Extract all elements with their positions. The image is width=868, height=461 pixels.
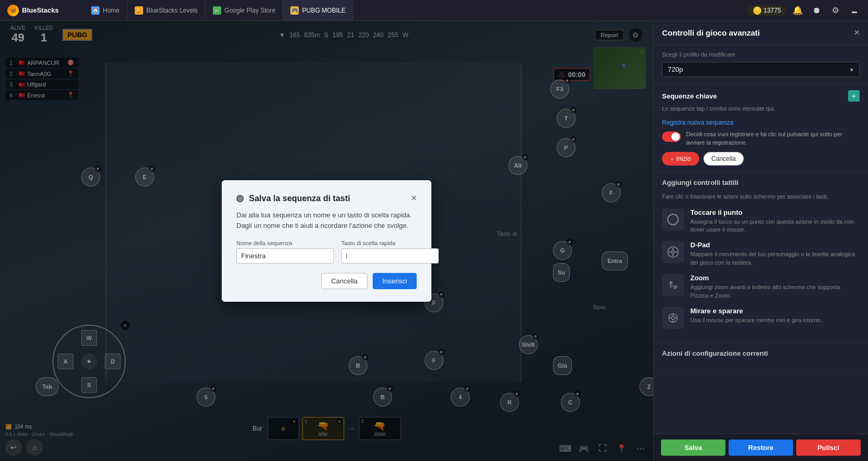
profile-section: Scegli il profilo da modificare 720p 108… xyxy=(654,45,868,84)
mirare-name: Mirare e sparare xyxy=(690,307,860,315)
toggle-knob xyxy=(671,133,680,141)
zoom-ctrl-icon xyxy=(662,274,684,296)
profile-label: Scegli il profilo da modificare xyxy=(662,51,860,58)
game-area[interactable]: Alive 49 Killed 1 PUBG ▼ 165 835m S 195 … xyxy=(0,21,653,461)
app-logo: 🦋 BlueStacks xyxy=(0,5,84,16)
control-zoom: Zoom Aggiungi zoom avanti o indietro all… xyxy=(662,274,860,300)
tab-home-label: Home xyxy=(103,7,120,14)
sequence-name-input[interactable] xyxy=(236,248,334,264)
hotkey-field: Tasto di scelta rapida xyxy=(341,240,439,264)
toccare-info: Toccare il punto Assegna il tocco su un … xyxy=(690,208,860,234)
controls-title: Aggiungi controlli tattili xyxy=(662,179,860,186)
panel-close-button[interactable]: × xyxy=(854,27,860,38)
mirare-info: Mirare e sparare Usa il mouse per sparar… xyxy=(690,307,860,324)
home-tab-icon: 🏠 xyxy=(91,6,100,15)
toggle-description: Decidi cosa vuoi registrare e fai clic s… xyxy=(686,130,860,147)
profile-select[interactable]: 720p 1080p 480p xyxy=(662,62,860,77)
right-panel: Controlli di gioco avanzati × Scegli il … xyxy=(653,21,868,461)
controls-section: Aggiungi controlli tattili Fare clic o t… xyxy=(654,172,868,343)
dialog-cancel-button[interactable]: Cancella xyxy=(321,273,368,289)
hotkey-input[interactable] xyxy=(341,248,439,264)
inizio-button[interactable]: Inizio xyxy=(662,152,699,166)
tab-levels[interactable]: 🏆 BlueStacks Levels xyxy=(127,0,205,20)
actions-title: Azioni di configurazione correnti xyxy=(662,349,860,357)
pubg-tab-icon: 🎮 xyxy=(290,6,299,15)
dialog-actions: Cancella Inserisci xyxy=(236,273,417,289)
dpad-ctrl-icon xyxy=(662,241,684,263)
zoom-desc: Aggiungi zoom avanti o indietro allo sch… xyxy=(690,283,860,300)
seq-header: Sequenze chiave + xyxy=(662,90,860,102)
coins-display: 🪙 13775 xyxy=(747,5,786,16)
current-actions-section: Azioni di configurazione correnti xyxy=(654,343,868,370)
panel-title: Controlli di gioco avanzati xyxy=(662,28,760,37)
coin-value: 13775 xyxy=(764,7,781,14)
notifications-button[interactable]: 🔔 xyxy=(790,3,805,18)
dialog-header: Salva la sequenza di tasti × xyxy=(236,193,417,204)
control-toccare: Toccare il punto Assegna il tocco su un … xyxy=(662,208,860,234)
salva-button[interactable]: Salva xyxy=(661,440,725,456)
dialog-overlay: Salva la sequenza di tasti × Dai alla tu… xyxy=(0,21,653,461)
svg-point-4 xyxy=(674,286,676,288)
control-dpad: D-Pad Mappare il movimento del tuo perso… xyxy=(662,241,860,267)
coin-icon: 🪙 xyxy=(753,6,762,15)
svg-point-2 xyxy=(672,251,675,254)
profile-select-wrapper: 720p 1080p 480p ▼ xyxy=(662,62,860,77)
sequence-name-field: Nome della sequenza xyxy=(236,240,334,264)
hotkey-label: Tasto di scelta rapida xyxy=(341,240,439,246)
tab-playstore[interactable]: ▶ Google Play Store xyxy=(205,0,283,20)
dialog-dot-icon xyxy=(236,195,244,202)
dpad-info: D-Pad Mappare il movimento del tuo perso… xyxy=(690,241,860,267)
sequences-section: Sequenze chiave + Le sequenze tap / comb… xyxy=(654,84,868,172)
dpad-name: D-Pad xyxy=(690,241,860,249)
topbar-right: 🪙 13775 🔔 ⏺ ⚙ 🗕 xyxy=(741,3,868,18)
toggle-row: Decidi cosa vuoi registrare e fai clic s… xyxy=(662,130,860,147)
zoom-name: Zoom xyxy=(690,274,860,282)
toccare-desc: Assegna il tocco su un punto con questa … xyxy=(690,218,860,234)
sequence-name-label: Nome della sequenza xyxy=(236,240,334,246)
settings-button[interactable]: ⚙ xyxy=(828,3,843,18)
dialog-fields: Nome della sequenza Tasto di scelta rapi… xyxy=(236,240,417,264)
record-button[interactable]: ⏺ xyxy=(809,3,824,18)
record-buttons: Inizio Cancella xyxy=(662,152,860,166)
recording-toggle[interactable] xyxy=(662,131,681,142)
zoom-info: Zoom Aggiungi zoom avanti o indietro all… xyxy=(690,274,860,300)
levels-tab-icon: 🏆 xyxy=(135,6,143,15)
dialog-close-button[interactable]: × xyxy=(411,193,417,204)
topbar: 🦋 BlueStacks 🏠 Home 🏆 BlueStacks Levels … xyxy=(0,0,868,21)
seq-description: Le sequenze tap / combo sono elencate qu… xyxy=(662,105,860,113)
pulisci-button[interactable]: Pulisci xyxy=(796,440,861,456)
tab-home[interactable]: 🏠 Home xyxy=(84,0,127,20)
dialog-insert-button[interactable]: Inserisci xyxy=(373,273,417,289)
save-sequence-dialog: Salva la sequenza di tasti × Dai alla tu… xyxy=(222,180,431,302)
panel-header: Controlli di gioco avanzati × xyxy=(654,21,868,45)
seq-register-link[interactable]: Registra nuova sequenza xyxy=(662,119,860,126)
toccare-name: Toccare il punto xyxy=(690,208,860,216)
tab-levels-label: BlueStacks Levels xyxy=(146,7,198,14)
dialog-description: Dai alla tua sequenza un nome e un tasto… xyxy=(236,210,417,230)
controls-desc: Fare clic o trascinare le azioni sullo s… xyxy=(662,193,860,201)
seq-title: Sequenze chiave xyxy=(662,92,717,100)
main-content: Alive 49 Killed 1 PUBG ▼ 165 835m S 195 … xyxy=(0,21,868,461)
cancella-button[interactable]: Cancella xyxy=(703,152,744,166)
dpad-desc: Mappare il movimento del tuo personaggio… xyxy=(690,250,860,267)
toccare-icon xyxy=(662,208,684,230)
tab-playstore-label: Google Play Store xyxy=(224,7,275,14)
mirare-icon xyxy=(662,307,684,329)
restore-button[interactable]: Restore xyxy=(729,440,793,456)
panel-footer: Salva Restore Pulisci xyxy=(654,434,868,461)
bluestacks-icon: 🦋 xyxy=(7,5,19,16)
svg-point-6 xyxy=(671,316,675,320)
tab-pubg-label: PUBG MOBILE xyxy=(302,7,345,14)
seq-add-button[interactable]: + xyxy=(848,90,860,102)
tab-pubg[interactable]: 🎮 PUBG MOBILE xyxy=(283,0,353,20)
tab-bar: 🏠 Home 🏆 BlueStacks Levels ▶ Google Play… xyxy=(84,0,741,20)
play-tab-icon: ▶ xyxy=(213,6,221,15)
mirare-desc: Usa il mouse per sparare mentre miri e g… xyxy=(690,316,860,324)
svg-point-0 xyxy=(668,214,678,225)
minimize-button[interactable]: 🗕 xyxy=(847,3,862,18)
control-mirare: Mirare e sparare Usa il mouse per sparar… xyxy=(662,307,860,329)
app-name: BlueStacks xyxy=(22,6,59,14)
dialog-title: Salva la sequenza di tasti xyxy=(249,194,406,203)
